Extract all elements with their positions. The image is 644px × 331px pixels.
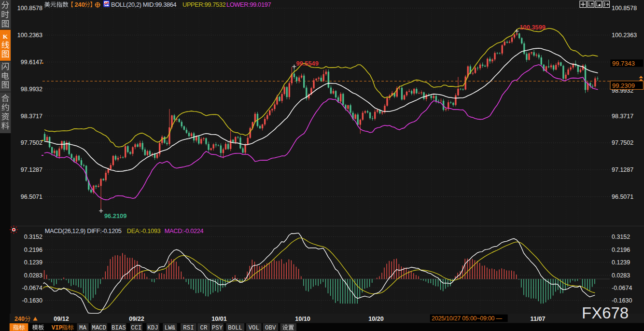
svg-text:VOL: VOL <box>249 325 259 331</box>
svg-text:-0.0674: -0.0674 <box>22 285 42 291</box>
svg-text:-0.1630: -0.1630 <box>612 297 632 304</box>
svg-text:0.0283: 0.0283 <box>24 272 42 279</box>
svg-text:96.2109: 96.2109 <box>104 212 126 220</box>
svg-text:240: 240 <box>75 1 85 8</box>
svg-text:0.3152: 0.3152 <box>612 234 630 240</box>
svg-text:10/20: 10/20 <box>368 316 384 322</box>
svg-text:10/10: 10/10 <box>295 316 310 322</box>
svg-text:0.0283: 0.0283 <box>612 272 630 279</box>
svg-text:97.7502: 97.7502 <box>612 139 633 146</box>
svg-text:98.9932: 98.9932 <box>21 86 42 93</box>
svg-text:99.7343: 99.7343 <box>612 60 635 67</box>
svg-text:99.5549: 99.5549 <box>296 60 319 67</box>
svg-text:99.2309: 99.2309 <box>612 82 635 89</box>
svg-text:100.3599: 100.3599 <box>520 24 546 31</box>
svg-text:BOLL(20,2) MID:99.3864: BOLL(20,2) MID:99.3864 <box>111 1 177 8</box>
svg-text:LW&: LW& <box>165 325 176 331</box>
svg-text:100.2363: 100.2363 <box>17 32 42 39</box>
svg-text:MACD: MACD <box>92 325 106 331</box>
svg-text:CCI: CCI <box>131 325 141 331</box>
svg-text:MA: MA <box>79 325 86 331</box>
svg-text:FX678: FX678 <box>582 304 629 322</box>
svg-text:RSI: RSI <box>183 325 194 331</box>
svg-text:0.3152: 0.3152 <box>24 234 42 240</box>
svg-text:LOWER:99.0197: LOWER:99.0197 <box>226 1 271 8</box>
svg-text:MACD(26,12,9) DIFF:-0.1205: MACD(26,12,9) DIFF:-0.1205 <box>45 227 122 234</box>
svg-text:2025/10/27 05:00~09:00 —: 2025/10/27 05:00~09:00 — <box>432 315 503 322</box>
svg-text:240: 240 <box>14 316 25 322</box>
svg-text:-0.1630: -0.1630 <box>22 297 42 304</box>
svg-text:97.7502: 97.7502 <box>21 139 42 146</box>
svg-text:PSY: PSY <box>212 325 223 331</box>
svg-text:99.6147: 99.6147 <box>21 59 42 66</box>
svg-text:0.1239: 0.1239 <box>24 259 42 266</box>
svg-text:-0.0674: -0.0674 <box>612 285 632 291</box>
svg-text:K: K <box>3 33 8 40</box>
svg-text:100.2363: 100.2363 <box>612 32 637 39</box>
svg-text:98.3717: 98.3717 <box>21 113 42 120</box>
svg-text:97.1287: 97.1287 <box>21 166 42 173</box>
svg-text:BIAS: BIAS <box>112 325 126 331</box>
svg-text:10/01: 10/01 <box>211 316 227 322</box>
svg-text:97.1287: 97.1287 <box>612 166 633 173</box>
svg-text:OBV: OBV <box>265 325 276 331</box>
svg-text:96.5071: 96.5071 <box>21 193 42 200</box>
svg-text:MACD:-0.0224: MACD:-0.0224 <box>165 227 204 234</box>
svg-text:CR: CR <box>200 325 208 331</box>
svg-text:96.5071: 96.5071 <box>612 193 633 200</box>
svg-text:VIP: VIP <box>52 325 63 331</box>
svg-text:UPPER:99.7532: UPPER:99.7532 <box>182 1 226 8</box>
svg-text:100.8578: 100.8578 <box>612 5 637 12</box>
svg-text:09/12: 09/12 <box>54 316 69 322</box>
svg-text:DEA:-0.1093: DEA:-0.1093 <box>127 227 161 234</box>
svg-text:100.8578: 100.8578 <box>17 5 42 12</box>
svg-text:0.2196: 0.2196 <box>612 247 630 253</box>
svg-text:BOLL: BOLL <box>228 325 242 331</box>
svg-text:KDJ: KDJ <box>147 325 158 331</box>
svg-text:0.1239: 0.1239 <box>612 259 630 266</box>
svg-text:11/07: 11/07 <box>531 316 546 322</box>
svg-text:09/22: 09/22 <box>129 316 144 322</box>
svg-text:98.3717: 98.3717 <box>612 113 633 120</box>
svg-text:0.2196: 0.2196 <box>24 247 42 253</box>
